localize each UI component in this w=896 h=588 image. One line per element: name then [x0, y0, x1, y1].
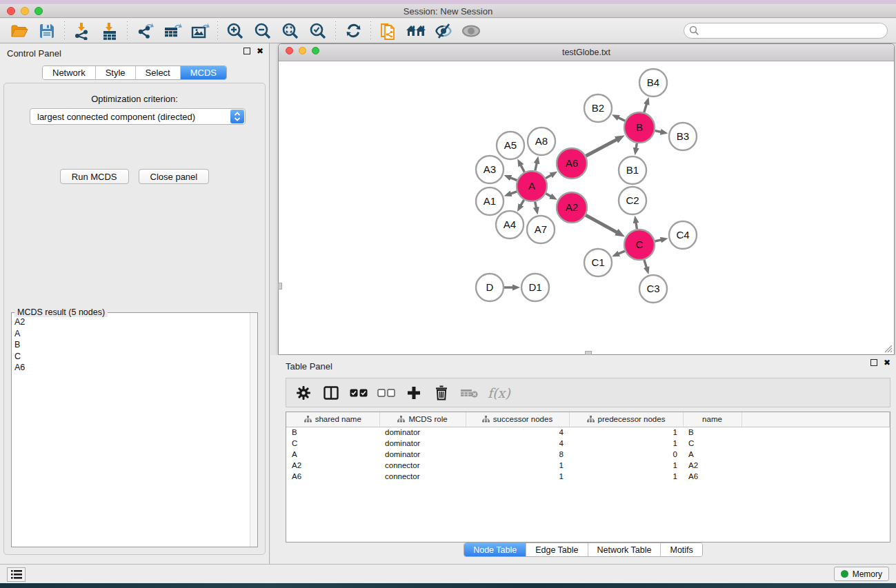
criterion-selected-value: largest connected component (directed): [37, 112, 195, 122]
hide-details-icon[interactable]: [430, 21, 457, 41]
node-table-container: shared nameMCDS rolesuccessor nodesprede…: [286, 412, 890, 543]
control-panel: Control Panel ✖ Network Style Select MCD…: [0, 43, 270, 564]
column-header-name[interactable]: name: [683, 412, 741, 427]
graph-edge-A-A3[interactable]: [510, 178, 517, 181]
column-header-filler: [741, 412, 890, 427]
close-table-panel-icon[interactable]: ✖: [884, 359, 890, 366]
graph-edge-A-A2[interactable]: [546, 194, 551, 196]
memory-button[interactable]: Memory: [834, 567, 889, 581]
mcds-result-item[interactable]: A: [12, 328, 249, 340]
network-window-title: testGlobe.txt: [279, 48, 894, 57]
tab-network[interactable]: Network: [43, 66, 96, 79]
table-cell: B: [683, 427, 741, 438]
graph-edge-B-B4[interactable]: [644, 104, 647, 112]
table-cell: 8: [466, 449, 569, 460]
delete-table-icon: [460, 383, 478, 403]
criterion-dropdown[interactable]: largest connected component (directed): [30, 108, 246, 125]
table-cell: A6: [286, 471, 379, 482]
zoom-fit-icon[interactable]: [277, 21, 304, 41]
mcds-result-box: MCDS result (5 nodes) A2ABCA6: [11, 312, 258, 547]
graph-edge-A-A8[interactable]: [535, 163, 537, 170]
deselect-all-checkboxes-icon[interactable]: [377, 383, 395, 403]
status-bar: Memory: [0, 564, 896, 583]
zoom-out-icon[interactable]: [249, 21, 277, 41]
refresh-icon[interactable]: [339, 21, 367, 41]
graph-edge-A2-C[interactable]: [586, 215, 617, 232]
tab-motifs[interactable]: Motifs: [661, 543, 701, 557]
table-cell: 1: [569, 438, 683, 449]
table-settings-gear-icon[interactable]: [295, 383, 312, 403]
graph-edge-A-A5[interactable]: [521, 165, 524, 172]
dropdown-stepper-icon: [230, 110, 244, 123]
mcds-result-item[interactable]: A6: [12, 362, 249, 374]
resize-grip-icon[interactable]: [883, 343, 893, 353]
optimization-criterion-label: Optimization criterion:: [4, 94, 265, 104]
column-header-mcds-role[interactable]: MCDS role: [379, 412, 466, 427]
show-details-icon[interactable]: [457, 21, 485, 41]
graph-edge-B-B1[interactable]: [636, 143, 637, 149]
graph-node-label-A1: A1: [484, 195, 496, 207]
mcds-result-item[interactable]: B: [12, 339, 249, 351]
graph-node-label-C2: C2: [626, 194, 639, 206]
graph-edge-A6-B[interactable]: [586, 139, 617, 156]
graph-edge-C-C3[interactable]: [644, 260, 647, 268]
open-file-icon[interactable]: [6, 21, 33, 41]
float-table-panel-icon[interactable]: [870, 359, 877, 366]
graph-edge-A-A1[interactable]: [510, 192, 517, 194]
close-panel-button[interactable]: Close panel: [139, 169, 210, 184]
graph-edge-B-B2[interactable]: [618, 118, 625, 121]
task-history-button[interactable]: [7, 567, 26, 582]
graph-edge-A-A7[interactable]: [535, 202, 537, 208]
column-header-predecessor-nodes[interactable]: predecessor nodes: [569, 412, 683, 427]
network-graph[interactable]: B4B2BB3A5A8A6A3B1AA1C2A2A4A7C4CC1C3DD1: [279, 61, 893, 354]
tab-edge-table[interactable]: Edge Table: [526, 543, 588, 557]
column-header-successor-nodes[interactable]: successor nodes: [466, 412, 569, 427]
table-row[interactable]: Bdominator41B: [286, 427, 890, 438]
tab-style[interactable]: Style: [96, 66, 136, 79]
table-row[interactable]: Cdominator41C: [286, 438, 890, 449]
run-mcds-button[interactable]: Run MCDS: [60, 169, 129, 184]
table-row[interactable]: Adominator80A: [286, 449, 890, 460]
mcds-result-item[interactable]: C: [12, 351, 249, 363]
close-panel-icon[interactable]: ✖: [257, 48, 263, 54]
network-window-titlebar[interactable]: testGlobe.txt: [279, 44, 894, 61]
mcds-list-scrollbar[interactable]: [250, 313, 257, 547]
save-session-icon[interactable]: [33, 21, 61, 41]
zoom-selected-icon[interactable]: [304, 21, 332, 41]
table-row[interactable]: A2connector11A2: [286, 460, 890, 471]
graph-edge-C-C2[interactable]: [636, 223, 637, 230]
export-table-icon[interactable]: [159, 21, 186, 41]
tab-network-table[interactable]: Network Table: [588, 543, 661, 557]
table-cell: A: [286, 449, 379, 460]
export-image-icon[interactable]: [186, 21, 214, 41]
search-input[interactable]: [684, 23, 888, 39]
float-panel-icon[interactable]: [243, 48, 250, 54]
graph-node-label-A7: A7: [535, 223, 547, 235]
graph-edge-A-A6[interactable]: [546, 175, 551, 179]
graph-node-label-A3: A3: [484, 163, 496, 175]
graph-edge-C-C1[interactable]: [618, 251, 625, 254]
mcds-result-item[interactable]: A2: [12, 316, 249, 328]
column-header-shared-name[interactable]: shared name: [286, 412, 379, 427]
network-canvas[interactable]: B4B2BB3A5A8A6A3B1AA1C2A2A4A7C4CC1C3DD1: [279, 61, 894, 354]
tab-mcds[interactable]: MCDS: [181, 66, 226, 79]
graph-edge-A-A4[interactable]: [521, 200, 524, 205]
graph-edge-C-C4[interactable]: [655, 240, 661, 241]
add-column-icon[interactable]: [405, 383, 423, 403]
import-network-icon[interactable]: [68, 21, 96, 41]
delete-column-trash-icon[interactable]: [432, 383, 450, 403]
left-edge-grip[interactable]: [278, 283, 282, 290]
tab-select[interactable]: Select: [136, 66, 181, 79]
table-row[interactable]: A6connector11A6: [286, 471, 890, 482]
home-icon[interactable]: [402, 21, 430, 41]
import-table-icon[interactable]: [96, 21, 123, 41]
graph-edge-B-B3[interactable]: [655, 131, 661, 132]
graph-node-label-B2: B2: [592, 102, 604, 114]
split-columns-icon[interactable]: [322, 383, 340, 403]
tab-node-table[interactable]: Node Table: [464, 543, 526, 557]
duplicate-network-icon[interactable]: [375, 21, 402, 41]
select-all-checkboxes-icon[interactable]: [350, 383, 368, 403]
table-cell: dominator: [379, 427, 466, 438]
export-network-icon[interactable]: [131, 21, 159, 41]
zoom-in-icon[interactable]: [221, 21, 249, 41]
